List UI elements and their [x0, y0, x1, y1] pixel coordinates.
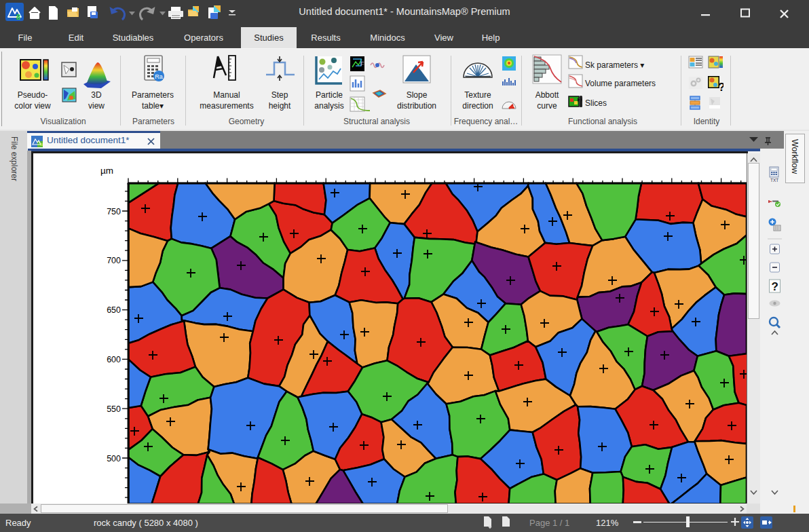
svg-text:750: 750 — [107, 207, 121, 216]
svg-text:TXT: TXT — [770, 178, 778, 183]
svg-text:650: 650 — [107, 305, 121, 315]
svg-text:600: 600 — [107, 355, 121, 364]
svg-text:550: 550 — [107, 404, 121, 414]
svg-text:700: 700 — [107, 256, 121, 265]
svg-text:F: F — [360, 60, 364, 67]
svg-text:?: ? — [718, 81, 723, 94]
svg-text:?: ? — [772, 280, 778, 293]
svg-text:Ra: Ra — [155, 73, 163, 80]
svg-text:500: 500 — [107, 454, 121, 463]
svg-text:µm: µm — [100, 166, 113, 176]
svg-text:a: a — [40, 142, 43, 147]
